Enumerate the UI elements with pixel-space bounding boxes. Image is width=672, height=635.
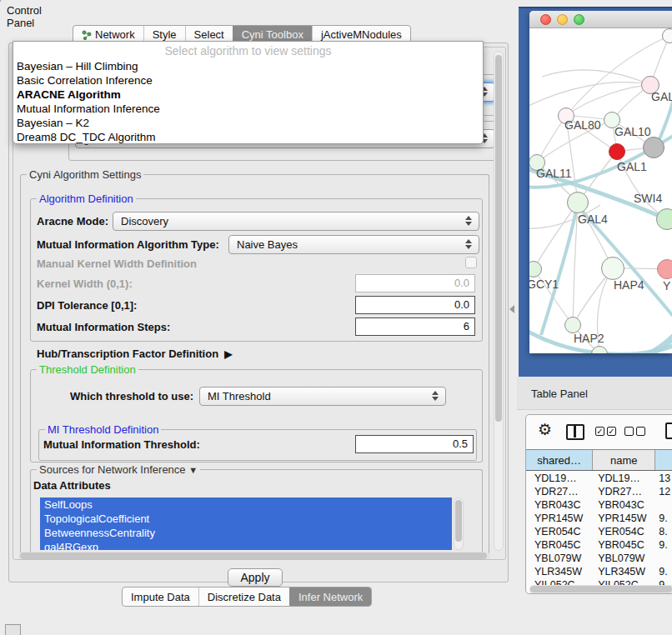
deselect-all-columns-icon[interactable] [624,427,645,436]
settings-vertical-scrollbar[interactable] [494,51,504,551]
network-canvas[interactable]: GAL GAL80 GAL10 GAL1 GAL11 SWI4 GAL4 GCY… [529,28,672,353]
column-header-shared-name[interactable]: shared… [526,450,593,470]
split-columns-icon[interactable] [566,424,584,440]
node-label: GAL10 [614,125,651,138]
mi-threshold-definition-legend: MI Threshold Definition [45,423,161,436]
menu-item-bayesian-hill-climbing[interactable]: Bayesian – Hill Climbing [13,59,483,73]
network-view-window: GAL GAL80 GAL10 GAL1 GAL11 SWI4 GAL4 GCY… [529,11,672,353]
algorithm-dropdown-prompt: Select algorithm to view settings [13,42,483,59]
minimized-panel-button[interactable] [5,624,21,635]
table-row[interactable]: YIL052CYIL052C9 [526,578,672,585]
stepper-icon [432,391,439,401]
table-horizontal-scrollbar[interactable] [529,585,672,594]
aracne-mode-label: Aracne Mode: [37,215,108,228]
which-threshold-combo[interactable]: MI Threshold [199,387,446,406]
unchecked-box-icon [624,427,634,436]
mi-steps-field[interactable]: 6 [355,318,475,336]
table-row[interactable]: YDR27…YDR27…12 [526,485,672,498]
panel-splitter-arrow[interactable] [509,305,514,313]
dpi-tolerance-label: DPI Tolerance [0,1]: [37,299,137,312]
sources-legend[interactable]: Sources for Network Inference ▼ [37,463,200,476]
table-row[interactable]: YLR345WYLR345W9. [526,565,672,578]
export-table-icon[interactable] [665,422,672,439]
node-salmon[interactable] [657,259,672,279]
tab-network-label: Network [95,28,135,41]
mi-threshold-label: Mutual Information Threshold: [43,438,200,451]
kernel-width-label: Kernel Width (0,1): [37,278,133,290]
checked-box-icon: ✓ [595,427,604,436]
attributes-scrollbar[interactable] [454,498,464,550]
minimize-traffic-light[interactable] [557,14,568,25]
gear-icon[interactable]: ⚙ [538,420,552,439]
list-item[interactable]: SelfLoops [40,498,452,512]
mi-steps-label: Mutual Information Steps: [37,321,170,333]
mi-algorithm-type-label: Mutual Information Algorithm Type: [37,238,219,251]
table-row[interactable]: YBR045CYBR045C9. [526,538,672,552]
menu-item-bayesian-k2[interactable]: Bayesian – K2 [13,116,483,130]
zoom-traffic-light[interactable] [574,14,584,25]
cyni-algorithm-settings-legend: Cyni Algorithm Settings [27,168,143,181]
control-panel-window: Control Panel ✕ Network Style Select Cyn… [0,0,1,2]
manual-kernel-width-checkbox[interactable] [465,257,477,268]
table-row[interactable]: YPR145WYPR145W9. [526,512,672,525]
tab-discretize-data[interactable]: Discretize Data [198,588,289,606]
aracne-mode-combo[interactable]: Discovery [113,212,479,231]
node-label: Y [663,279,670,292]
cyni-bottom-tabs: Impute Data Discretize Data Infer Networ… [122,587,372,607]
hub-definition-label[interactable]: Hub/Transcription Factor Definition ▶ [37,348,233,360]
apply-button[interactable]: Apply [228,568,283,587]
select-all-columns-icon[interactable]: ✓✓ [595,427,616,436]
menu-item-basic-correlation[interactable]: Basic Correlation Inference [13,73,483,88]
data-attributes-label: Data Attributes [33,479,111,492]
table-row[interactable]: YER054CYER054C8. [526,525,672,538]
mi-threshold-field[interactable]: 0.5 [355,435,474,453]
table-row[interactable]: YBR043CYBR043C [526,498,672,512]
list-item[interactable]: BetweennessCentrality [40,526,452,540]
checked-box-icon: ✓ [607,427,616,436]
node-label: SWI4 [634,192,662,205]
node-label: GAL [651,90,672,103]
node-swi4[interactable] [656,208,672,230]
menu-item-dream8[interactable]: Dream8 DC_TDC Algorithm [13,130,483,144]
mi-algorithm-type-combo[interactable]: Naive Bayes [228,235,479,254]
list-item[interactable]: gal4RGexp [40,540,452,550]
network-icon [82,30,92,40]
tab-infer-network[interactable]: Infer Network [289,588,371,606]
column-header-partial[interactable] [655,450,672,470]
settings-horizontal-scrollbar[interactable] [18,552,490,560]
control-panel-title: Control Panel [7,4,42,29]
node-label: GAL4 [578,212,608,226]
data-attributes-list: SelfLoops TopologicalCoefficient Between… [40,498,452,550]
table-body: YDL19…YDL19…13 YDR27…YDR27…12 YBR043CYBR… [526,472,672,585]
algorithm-dropdown-popup: Select algorithm to view settings Bayesi… [13,41,484,144]
kernel-width-field[interactable]: 0.0 [355,274,475,292]
node-gal4[interactable] [567,192,589,213]
node-top[interactable] [662,28,672,43]
node-gal1[interactable] [609,143,625,160]
algorithm-definition-legend: Algorithm Definition [37,192,136,205]
close-traffic-light[interactable] [540,14,551,25]
expand-right-icon[interactable]: ▶ [224,348,232,360]
node-hap4[interactable] [601,257,624,280]
node-label: GCY1 [529,278,559,291]
network-view-frame: GAL GAL80 GAL10 GAL1 GAL11 SWI4 GAL4 GCY… [519,7,672,377]
menu-item-mutual-information[interactable]: Mutual Information Inference [13,102,483,116]
collapse-down-icon[interactable]: ▼ [188,465,198,475]
node-gray[interactable] [643,137,664,158]
list-item[interactable]: TopologicalCoefficient [40,512,452,526]
manual-kernel-width-label: Manual Kernel Width Definition [37,258,197,270]
node-hap2[interactable] [564,317,581,333]
dpi-tolerance-field[interactable]: 0.0 [355,296,475,314]
table-panel-title: Table Panel [531,388,588,400]
table-row[interactable]: YBL079WYBL079W [526,552,672,565]
table-header-row: shared… name [526,449,672,471]
network-window-titlebar [529,11,672,28]
tab-impute-data[interactable]: Impute Data [123,588,198,606]
node-label: HAP4 [614,278,644,292]
which-threshold-label: Which threshold to use: [70,390,193,402]
node-label: GAL11 [536,167,572,180]
column-header-name[interactable]: name [593,450,655,470]
node-label: HAP2 [574,332,604,345]
table-row[interactable]: YDL19…YDL19…13 [526,472,672,485]
menu-item-aracne[interactable]: ARACNE Algorithm [13,88,483,102]
